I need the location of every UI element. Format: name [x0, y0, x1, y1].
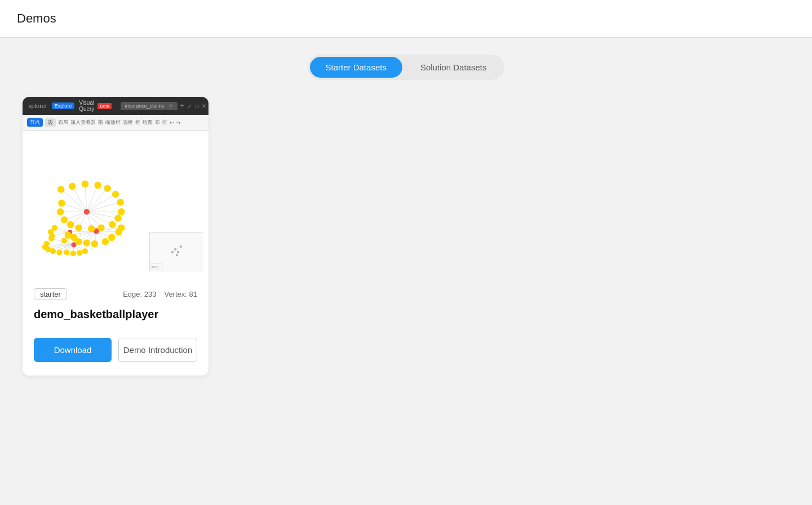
card-actions: Download Demo Introduction — [34, 338, 197, 362]
svg-text:100%: 100% — [152, 265, 159, 269]
svg-point-69 — [118, 224, 125, 231]
svg-line-4 — [87, 189, 108, 212]
svg-point-57 — [75, 224, 82, 231]
svg-point-79 — [77, 250, 82, 256]
svg-point-45 — [57, 186, 65, 193]
card-title: demo_basketballplayer — [34, 308, 197, 321]
svg-point-63 — [75, 238, 82, 245]
toggle-group: Starter Datasets Solution Datasets — [308, 55, 505, 80]
svg-line-16 — [61, 203, 86, 212]
svg-point-80 — [82, 248, 88, 254]
svg-point-53 — [114, 214, 122, 222]
card-thumbnail: xplorer Explore Visual Query Beta insura… — [23, 97, 208, 277]
download-button[interactable]: Download — [34, 338, 112, 362]
svg-line-9 — [87, 212, 113, 225]
svg-line-8 — [87, 212, 118, 218]
svg-line-1 — [72, 186, 87, 212]
svg-point-65 — [91, 240, 99, 248]
card-meta: starter Edge: 233 Vertex: 81 — [34, 288, 197, 300]
svg-point-59 — [61, 216, 68, 224]
svg-line-6 — [87, 202, 121, 212]
svg-point-76 — [56, 249, 62, 255]
svg-line-28 — [47, 244, 74, 245]
svg-line-0 — [61, 189, 87, 212]
svg-point-51 — [117, 199, 124, 206]
cards-grid: xplorer Explore Visual Query Beta insura… — [17, 97, 795, 376]
svg-point-48 — [94, 182, 101, 189]
main-content: Starter Datasets Solution Datasets xplor… — [0, 38, 812, 392]
svg-point-50 — [112, 191, 119, 198]
svg-point-58 — [67, 221, 74, 229]
dataset-toggle: Starter Datasets Solution Datasets — [17, 55, 795, 80]
svg-point-52 — [118, 208, 125, 216]
browser-chrome: xplorer Explore Visual Query Beta insura… — [23, 97, 208, 115]
svg-point-56 — [88, 225, 95, 233]
svg-point-61 — [58, 200, 65, 207]
svg-point-46 — [69, 182, 76, 190]
demo-introduction-button[interactable]: Demo Introduction — [118, 338, 197, 362]
svg-point-47 — [82, 180, 89, 187]
svg-line-5 — [87, 194, 116, 212]
vertex-stat: Vertex: 81 — [164, 290, 197, 298]
graph-area: 100% — [23, 131, 208, 277]
svg-point-84 — [49, 233, 55, 239]
card-stats: Edge: 233 Vertex: 81 — [123, 290, 197, 298]
svg-point-81 — [61, 238, 67, 243]
starter-tag: starter — [34, 288, 67, 300]
starter-datasets-button[interactable]: Starter Datasets — [310, 57, 402, 78]
svg-point-70 — [65, 232, 72, 239]
svg-point-55 — [97, 224, 105, 231]
solution-datasets-button[interactable]: Solution Datasets — [405, 57, 503, 78]
svg-point-77 — [64, 249, 69, 255]
edge-stat: Edge: 233 — [123, 290, 156, 298]
svg-point-41 — [84, 209, 90, 214]
svg-point-54 — [109, 221, 116, 229]
svg-line-3 — [87, 185, 98, 212]
svg-point-67 — [108, 234, 116, 241]
page-header: Demos — [0, 0, 812, 38]
svg-point-78 — [70, 251, 76, 256]
svg-point-66 — [102, 238, 109, 245]
svg-line-2 — [85, 184, 87, 212]
card-body: starter Edge: 233 Vertex: 81 demo_basket… — [23, 277, 208, 376]
minimap: 100% — [149, 232, 203, 271]
svg-point-49 — [104, 185, 112, 192]
toolbar-row: 节点 边 布局 加入查看器 指 缩放框 选框 框 绘图 布 排 ↩ ↪ — [23, 115, 208, 131]
svg-point-64 — [83, 239, 91, 247]
svg-point-75 — [50, 248, 56, 254]
page-title: Demos — [17, 11, 795, 26]
svg-point-60 — [57, 208, 64, 216]
demo-card: xplorer Explore Visual Query Beta insura… — [23, 97, 208, 376]
